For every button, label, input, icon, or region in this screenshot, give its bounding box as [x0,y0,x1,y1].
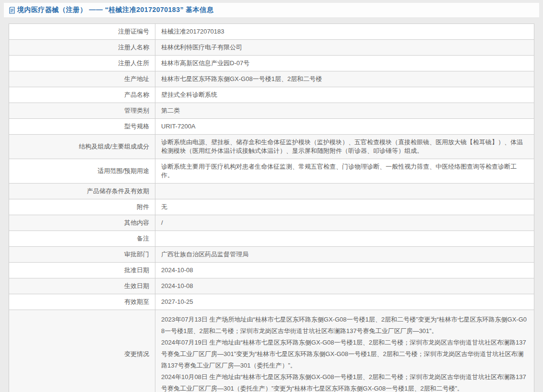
table-row-product-name: 产品名称 壁挂式全科诊断系统 [9,87,534,103]
row-value: 2027-10-25 [155,294,534,310]
row-label: 有效期至 [9,294,155,310]
row-label: 管理类别 [9,103,155,119]
table-row-approval-date: 批准日期 2024-10-08 [9,263,534,278]
row-label: 变更情况 [9,310,155,392]
row-label: 型号规格 [9,119,155,135]
table-row-model-spec: 型号规格 URIT-7200A [9,119,534,135]
row-label: 审批部门 [9,247,155,263]
table-row-approval-department: 审批部门 广西壮族自治区药品监督管理局 [9,247,534,263]
page-title-text: 境内医疗器械（注册） —— “桂械注准20172070183” 基本信息 [17,6,213,14]
page-header: 境内医疗器械（注册） —— “桂械注准20172070183” 基本信息 [4,3,539,17]
table-row-effective-date: 生效日期 2024-10-08 [9,278,534,294]
row-label: 注册人住所 [9,56,155,71]
row-label: 注册人名称 [9,40,155,56]
table-row-change-history: 变更情况 2023年07月13日 生产场所地址由“桂林市七星区东环路东侧GX-G… [9,310,534,392]
row-value: 桂林优利特医疗电子有限公司 [155,40,534,56]
row-value: 壁挂式全科诊断系统 [155,87,534,103]
page-title: 境内医疗器械（注册） —— “桂械注准20172070183” 基本信息 [9,6,213,14]
row-label: 生产地址 [9,71,155,87]
row-value: URIT-7200A [155,119,534,135]
table-row-production-address: 生产地址 桂林市七星区东环路东侧GX-G08一号楼1层、2层和二号楼 [9,71,534,87]
row-value: 2024-10-08 [155,263,534,278]
table-row-attachments: 附件 无 [9,199,534,215]
table-row-structure-composition: 结构及组成/主要组成成分 诊断系统由电源、壁挂板、储存盒和生命体征监护模块（监护… [9,135,534,159]
row-value: / [155,215,534,231]
row-label: 注册证编号 [9,24,155,40]
row-value: 桂械注准20172070183 [155,24,534,40]
row-value: 第二类 [155,103,534,119]
table-row-management-class: 管理类别 第二类 [9,103,534,119]
change-history-paragraph: 2023年07月13日 生产场所地址由“桂林市七星区东环路东侧GX-G08一号楼… [161,314,528,337]
row-value: 桂林市七星区东环路东侧GX-G08一号楼1层、2层和二号楼 [155,71,534,87]
row-label: 结构及组成/主要组成成分 [9,135,155,159]
change-history-paragraph: 2024年10月08日 生产地址由“桂林市七星区东环路东侧GX-G08一号楼1层… [161,371,528,392]
row-value: 诊断系统主要用于医疗机构对患者生命体征监测、常规五官检查、门诊物理诊断、一般性视… [155,159,534,184]
row-value: 无 [155,199,534,215]
table-row-other-content: 其他内容 / [9,215,534,231]
row-value: 2023年07月13日 生产场所地址由“桂林市七星区东环路东侧GX-G08一号楼… [155,310,534,392]
table-row-storage-conditions: 产品储存条件及有效期 [9,184,534,199]
table-row-registrant-address: 注册人住所 桂林市高新区信息产业园D-07号 [9,56,534,71]
registration-info-table: 注册证编号 桂械注准20172070183 注册人名称 桂林优利特医疗电子有限公… [9,23,534,392]
document-icon [9,7,15,14]
row-label: 其他内容 [9,215,155,231]
table-row-reg-number: 注册证编号 桂械注准20172070183 [9,24,534,40]
row-label: 生效日期 [9,278,155,294]
row-value [155,231,534,247]
table-row-remarks: 备注 [9,231,534,247]
row-label: 产品储存条件及有效期 [9,184,155,199]
registration-info-panel: 注册证编号 桂械注准20172070183 注册人名称 桂林优利特医疗电子有限公… [9,23,534,392]
row-label: 适用范围/预期用途 [9,159,155,184]
table-row-registrant-name: 注册人名称 桂林优利特医疗电子有限公司 [9,40,534,56]
row-label: 批准日期 [9,263,155,278]
table-row-intended-use: 适用范围/预期用途 诊断系统主要用于医疗机构对患者生命体征监测、常规五官检查、门… [9,159,534,184]
row-value: 2024-10-08 [155,278,534,294]
change-history-paragraph: 2024年07月19日 生产地址由“桂林市七星区东环路东侧GX-G08一号楼1层… [161,337,528,371]
row-value: 诊断系统由电源、壁挂板、储存盒和生命体征监护模块（监护模块）、五官检查模块（直接… [155,135,534,159]
row-value: 桂林市高新区信息产业园D-07号 [155,56,534,71]
row-label: 附件 [9,199,155,215]
row-value [155,184,534,199]
row-label: 备注 [9,231,155,247]
table-row-expiry-date: 有效期至 2027-10-25 [9,294,534,310]
row-label: 产品名称 [9,87,155,103]
row-value: 广西壮族自治区药品监督管理局 [155,247,534,263]
